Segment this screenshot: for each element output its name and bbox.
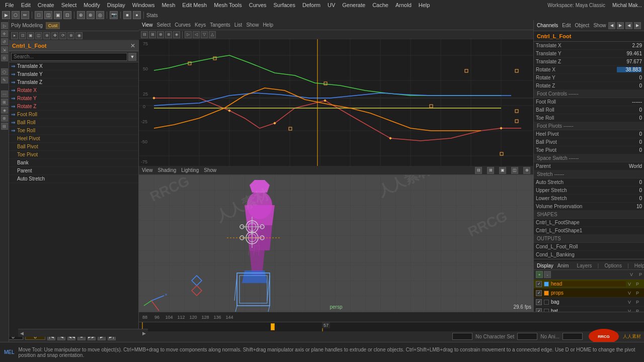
si-btn-3[interactable]: ▣: [27, 32, 34, 39]
ch-toe-roll[interactable]: Toe Roll 0: [534, 114, 644, 122]
toolbar-snap3[interactable]: ◎: [96, 11, 104, 19]
ge-icon-2[interactable]: ⊞: [149, 31, 156, 38]
tab-anim[interactable]: Anim: [557, 263, 569, 268]
si-btn-4[interactable]: ◫: [35, 32, 42, 39]
channel-rotate-x[interactable]: Rotate X 38.883: [534, 66, 644, 74]
output-row-2[interactable]: Cond_L_Banking: [534, 251, 644, 259]
ch-heel-pivot[interactable]: Heel Pivot 0: [534, 130, 644, 138]
menu-generate[interactable]: Generate: [339, 2, 368, 8]
ch-ball-roll[interactable]: Ball Roll 0: [534, 106, 644, 114]
toolbar-poly1[interactable]: □: [35, 11, 43, 19]
timeline-end-input[interactable]: 148: [562, 333, 583, 340]
vp-shading-tab[interactable]: Shading: [158, 167, 177, 173]
vp-icon-2[interactable]: ⊞: [487, 167, 494, 174]
ch-ball-pivot[interactable]: Ball Pivot 0: [534, 138, 644, 146]
right-icon-1[interactable]: ◀: [608, 22, 615, 29]
si-btn-1[interactable]: ▸: [11, 32, 18, 39]
ge-icon-7[interactable]: ◁: [193, 31, 200, 38]
menu-modify[interactable]: Modify: [80, 2, 103, 8]
menu-deform[interactable]: Deform: [299, 2, 324, 8]
toolbar-paint[interactable]: ✏: [21, 11, 29, 19]
layer-p-btn[interactable]: P: [636, 300, 642, 305]
si-btn-6[interactable]: ✥: [51, 32, 58, 39]
sidebar-move[interactable]: ✛: [1, 30, 8, 37]
sidebar-select[interactable]: ▷: [1, 22, 8, 29]
toolbar-cam[interactable]: 📷: [110, 11, 118, 19]
si-btn-8[interactable]: ⊗: [67, 32, 74, 39]
vp-lighting-tab[interactable]: Lighting: [181, 167, 199, 173]
layer-vp-btn[interactable]: V: [628, 300, 634, 305]
layer-checkbox[interactable]: ✓: [536, 290, 542, 296]
si-btn-2[interactable]: ⊡: [19, 32, 26, 39]
menu-edit-mesh[interactable]: Edit Mesh: [179, 2, 210, 8]
layer-create-btn[interactable]: +: [536, 271, 543, 278]
tab-show[interactable]: Show: [593, 23, 606, 28]
toolbar-poly2[interactable]: ◫: [44, 11, 52, 19]
ge-icon-5[interactable]: ◈: [173, 31, 180, 38]
ch-parent[interactable]: Parent World: [534, 162, 644, 170]
menu-surfaces[interactable]: Surfaces: [271, 2, 298, 8]
channel-translate-x[interactable]: Translate X 2.29: [534, 42, 644, 50]
channel-rotate-z[interactable]: Rotate Z 0: [534, 82, 644, 90]
menu-edit[interactable]: Edit: [18, 2, 34, 8]
graph-help-tab[interactable]: Help: [263, 22, 273, 28]
attr-rotate-x[interactable]: ⇒ Rotate X: [9, 86, 138, 95]
attr-auto-stretch[interactable]: ⇒ Auto Stretch: [9, 175, 138, 183]
si-btn-5[interactable]: ⊕: [43, 32, 50, 39]
sidebar-snap2[interactable]: ⊛: [1, 115, 8, 122]
toolbar-poly3[interactable]: ▣: [54, 11, 62, 19]
poly-cust-btn[interactable]: Cust: [46, 22, 60, 29]
ch-auto-stretch[interactable]: Auto Stretch 0: [534, 178, 644, 187]
layer-vis[interactable]: [544, 300, 549, 305]
layer-vis[interactable]: [544, 291, 549, 296]
sidebar-rotate[interactable]: ↺: [1, 38, 8, 45]
shape-row-2[interactable]: Cntrl_L_FootShape1: [534, 227, 644, 235]
si-btn-9[interactable]: ◉: [75, 32, 83, 39]
graph-list-tab[interactable]: List: [234, 22, 243, 28]
scroll-left-icon[interactable]: ◀: [20, 331, 24, 336]
ch-volume-pres[interactable]: Volume Preservation 10: [534, 203, 644, 211]
toolbar-snap2[interactable]: ⊗: [87, 11, 95, 19]
menu-mesh[interactable]: Mesh: [158, 2, 178, 8]
right-icon-2[interactable]: ▶: [617, 22, 624, 29]
tab-display[interactable]: Display: [537, 263, 553, 268]
attr-parent[interactable]: ⇒ Parent: [9, 167, 138, 175]
toolbar-render1[interactable]: ■: [123, 11, 131, 19]
attr-foot-roll[interactable]: ⇒ Foot Roll: [9, 111, 138, 119]
ch-lower-stretch[interactable]: Lower Stretch 0: [534, 195, 644, 203]
attr-rotate-z[interactable]: ⇒ Rotate Z: [9, 103, 138, 111]
right-icon-4[interactable]: ▶: [634, 22, 641, 29]
menu-mesh-tools[interactable]: Mesh Tools: [211, 2, 245, 8]
outliner-close[interactable]: ✕: [130, 42, 135, 49]
menu-windows[interactable]: Windows: [129, 2, 158, 8]
attr-ball-roll[interactable]: ⇒ Ball Roll: [9, 119, 138, 127]
vp-icon-3[interactable]: ▣: [499, 167, 506, 174]
sidebar-scale[interactable]: ⇲: [1, 46, 8, 53]
attr-bank[interactable]: ⇒ Bank: [9, 159, 138, 167]
layer-checkbox[interactable]: ✓: [536, 299, 542, 305]
vp-show-tab[interactable]: Show: [204, 167, 216, 173]
sidebar-grid[interactable]: ⊟: [1, 123, 8, 130]
layer-p-btn[interactable]: P: [636, 291, 642, 296]
timeline-range-start[interactable]: 93: [452, 333, 472, 340]
graph-curves-tab[interactable]: Curves: [175, 22, 191, 28]
layers-menu-layers[interactable]: Layers: [577, 263, 592, 268]
ge-icon-8[interactable]: ▽: [201, 31, 208, 38]
tab-edit[interactable]: Edit: [562, 23, 571, 28]
attr-translate-y[interactable]: ⇒ Translate Y: [9, 70, 138, 78]
graph-show-tab[interactable]: Show: [246, 22, 259, 28]
search-input[interactable]: [11, 53, 127, 61]
graph-view-tab[interactable]: View: [142, 22, 153, 28]
sidebar-sym[interactable]: ⊞: [1, 99, 8, 106]
layer-p-btn[interactable]: P: [636, 282, 642, 287]
menu-create[interactable]: Create: [35, 2, 57, 8]
attr-heel-pivot[interactable]: ⇒ Heel Pivot: [9, 135, 138, 143]
ge-icon-6[interactable]: ▷: [185, 31, 192, 38]
layer-vis[interactable]: [544, 282, 549, 287]
channel-rotate-y[interactable]: Rotate Y 0: [534, 74, 644, 82]
tab-object[interactable]: Object: [575, 23, 590, 28]
ch-toe-pivot[interactable]: Toe Pivot 0: [534, 146, 644, 154]
attr-toe-roll[interactable]: ⇒ Toe Roll: [9, 127, 138, 135]
layer-checkbox[interactable]: ✓: [536, 281, 542, 287]
channel-translate-z[interactable]: Translate Z 97.677: [534, 58, 644, 66]
